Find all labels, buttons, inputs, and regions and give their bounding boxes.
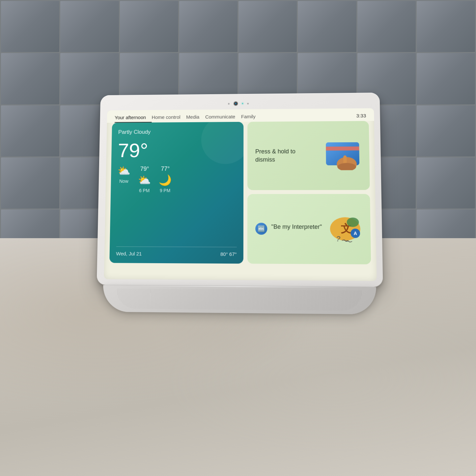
weather-forecast: ⛅ Now 79° ⛅ 6 PM 77° 🌙 9 PM (117, 165, 237, 200)
weather-icon-now: ⛅ (117, 166, 130, 176)
press-hold-illustration (322, 141, 363, 170)
google-nest-hub: Your afternoon Home control Media Commun… (96, 93, 383, 315)
led-indicator (242, 103, 243, 104)
current-time: 3:33 (356, 113, 366, 119)
right-column: Press & hold to dismiss (247, 121, 371, 264)
weather-divider (116, 246, 237, 247)
device-frame: Your afternoon Home control Media Commun… (97, 93, 383, 287)
svg-rect-2 (326, 147, 359, 151)
interpreter-content: 🔤 "Be my Interpreter" (255, 223, 322, 235)
weather-icon-6pm: ⛅ (138, 175, 151, 185)
press-hold-text: Press & hold to dismiss (255, 147, 314, 164)
mic-dot-left (228, 103, 230, 104)
speaker-base (102, 285, 377, 314)
interpreter-card[interactable]: 🔤 "Be my Interpreter" 文 (247, 194, 371, 265)
navigation-bar: Your afternoon Home control Media Commun… (107, 108, 374, 123)
translate-icon: 🔤 (255, 223, 267, 235)
weather-card[interactable]: Partly Cloudy 79° ⛅ Now 79° ⛅ 6 PM (109, 122, 243, 264)
nav-item-home-control[interactable]: Home control (152, 114, 186, 120)
interpreter-illustration: 文 A ? (326, 214, 364, 244)
weather-date: Wed, Jul 21 (116, 251, 142, 256)
content-area: Partly Cloudy 79° ⛅ Now 79° ⛅ 6 PM (104, 121, 377, 270)
nav-item-family[interactable]: Family (241, 114, 261, 119)
press-hold-card[interactable]: Press & hold to dismiss (247, 121, 370, 190)
mic-dot-right (247, 103, 249, 104)
camera-lens (233, 101, 238, 106)
interpreter-text: "Be my Interpreter" (271, 223, 322, 231)
forecast-item-9pm: 77° 🌙 9 PM (158, 165, 172, 193)
weather-condition: Partly Cloudy (118, 128, 237, 136)
forecast-temp-6pm: 79° (140, 166, 149, 173)
forecast-time-9pm: 9 PM (159, 188, 170, 193)
nav-item-media[interactable]: Media (186, 114, 205, 120)
svg-text:?: ? (336, 235, 341, 243)
weather-current-temp: 79° (118, 140, 237, 160)
forecast-item-6pm: 79° ⛅ 6 PM (138, 166, 151, 193)
forecast-time-6pm: 6 PM (139, 188, 149, 193)
forecast-item-now: ⛅ Now (117, 166, 130, 193)
weather-date-row: Wed, Jul 21 80° 67° (116, 251, 237, 257)
device-screen: Your afternoon Home control Media Commun… (104, 108, 377, 281)
svg-text:A: A (353, 231, 357, 236)
forecast-time-now: Now (119, 179, 128, 184)
weather-high-low: 80° 67° (220, 251, 237, 257)
nav-item-communicate[interactable]: Communicate (205, 114, 241, 119)
weather-icon-9pm: 🌙 (158, 175, 172, 185)
camera-bar (107, 100, 372, 107)
nav-item-your-afternoon[interactable]: Your afternoon (115, 115, 152, 120)
forecast-temp-9pm: 77° (161, 165, 170, 172)
